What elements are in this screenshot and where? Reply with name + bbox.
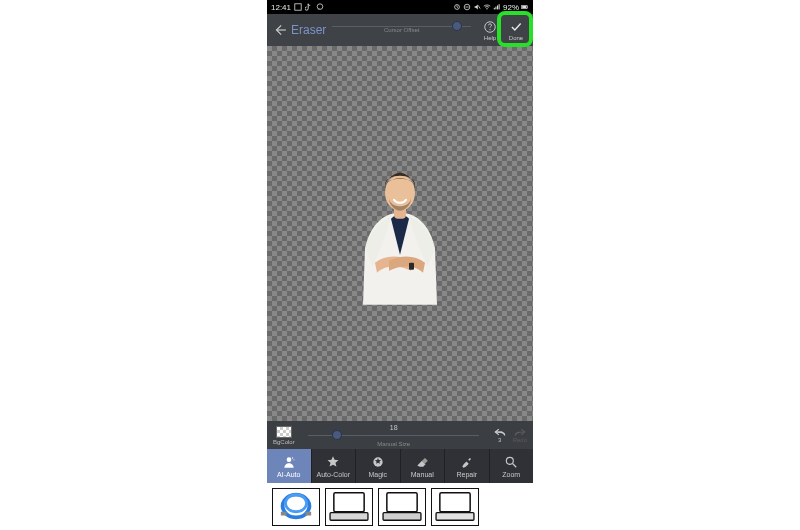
size-thumb[interactable] — [332, 430, 342, 440]
thumbnail-laptop-2[interactable] — [378, 488, 426, 526]
top-toolbar: Eraser Cursor Offset Help Done — [267, 14, 533, 46]
thumbnail-laptop-1[interactable] — [325, 488, 373, 526]
tab-repair[interactable]: Repair — [445, 449, 490, 483]
tab-label: Auto-Color — [317, 471, 350, 478]
tab-ai-auto[interactable]: AI-Auto — [267, 449, 312, 483]
svg-rect-7 — [494, 8, 495, 10]
alarm-icon — [453, 3, 461, 11]
svg-rect-30 — [387, 492, 417, 511]
svg-point-18 — [385, 174, 415, 210]
done-button[interactable]: Done — [503, 20, 529, 41]
editing-canvas[interactable] — [267, 46, 533, 421]
svg-rect-32 — [440, 492, 470, 511]
undo-button[interactable]: 3 — [493, 427, 507, 443]
tiktok-icon — [305, 3, 313, 11]
battery-icon — [521, 3, 529, 11]
cursor-offset-label: Cursor Offset — [384, 27, 420, 33]
page-title: Eraser — [291, 23, 326, 37]
svg-rect-31 — [383, 512, 421, 520]
signal-icon — [493, 3, 501, 11]
size-label: Manual Size — [377, 441, 410, 447]
gallery-icon — [294, 3, 302, 11]
svg-rect-33 — [436, 512, 474, 520]
svg-line-5 — [478, 5, 480, 8]
brush-icon — [460, 455, 474, 469]
undo-count: 3 — [498, 437, 501, 443]
tab-label: Repair — [456, 471, 477, 478]
tool-tabs: AI-Auto Auto-Color Magic Manual Repair Z… — [267, 449, 533, 483]
svg-rect-9 — [497, 5, 498, 9]
magic-icon — [371, 455, 385, 469]
svg-rect-28 — [334, 492, 364, 511]
svg-rect-0 — [295, 4, 301, 10]
thumbnail-strip — [267, 483, 533, 530]
redo-button[interactable]: Redo — [513, 427, 527, 443]
redo-label: Redo — [513, 437, 527, 443]
back-button[interactable] — [271, 21, 289, 39]
svg-point-6 — [486, 8, 487, 9]
svg-point-21 — [292, 457, 293, 458]
svg-line-25 — [513, 463, 517, 467]
svg-rect-29 — [330, 512, 368, 520]
eraser-icon — [415, 455, 429, 469]
help-label: Help — [484, 35, 496, 41]
thumbnail-cable[interactable] — [272, 488, 320, 526]
svg-point-22 — [293, 459, 294, 460]
zoom-icon — [504, 455, 518, 469]
ai-auto-icon — [282, 455, 296, 469]
messenger-icon — [316, 3, 324, 11]
help-button[interactable]: Help — [477, 20, 503, 41]
svg-rect-26 — [281, 511, 287, 515]
mute-icon — [473, 3, 481, 11]
thumbnail-laptop-3[interactable] — [431, 488, 479, 526]
svg-rect-27 — [305, 511, 311, 515]
svg-point-16 — [489, 29, 490, 30]
bgcolor-swatch — [276, 426, 292, 438]
svg-rect-12 — [522, 6, 526, 8]
star-icon — [326, 455, 340, 469]
tab-label: Manual — [411, 471, 434, 478]
subject-cutout — [351, 166, 449, 306]
dnd-icon — [463, 3, 471, 11]
tab-label: AI-Auto — [277, 471, 300, 478]
tab-magic[interactable]: Magic — [356, 449, 401, 483]
wifi-icon — [483, 3, 491, 11]
svg-point-1 — [317, 4, 323, 10]
tab-auto-color[interactable]: Auto-Color — [312, 449, 357, 483]
status-bar: 12:41 92% — [267, 0, 533, 14]
svg-point-24 — [507, 457, 514, 464]
size-strip: BgColor 18 Manual Size 3 Redo — [267, 421, 533, 449]
size-slider[interactable] — [308, 432, 479, 440]
svg-rect-13 — [527, 6, 528, 7]
tab-label: Magic — [368, 471, 387, 478]
tab-zoom[interactable]: Zoom — [490, 449, 534, 483]
bgcolor-label: BgColor — [273, 439, 295, 445]
status-time: 12:41 — [271, 3, 291, 12]
svg-rect-10 — [499, 4, 500, 9]
cursor-offset-control[interactable]: Cursor Offset — [332, 26, 471, 34]
svg-point-20 — [286, 457, 291, 462]
svg-rect-19 — [409, 262, 414, 269]
done-label: Done — [509, 35, 523, 41]
status-battery-text: 92% — [503, 3, 519, 12]
tab-manual[interactable]: Manual — [401, 449, 446, 483]
tab-label: Zoom — [502, 471, 520, 478]
phone-frame: 12:41 92% Eraser — [267, 0, 533, 530]
cursor-offset-thumb[interactable] — [452, 21, 462, 31]
svg-rect-8 — [495, 7, 496, 10]
bgcolor-button[interactable]: BgColor — [273, 426, 295, 445]
size-value: 18 — [390, 424, 398, 432]
